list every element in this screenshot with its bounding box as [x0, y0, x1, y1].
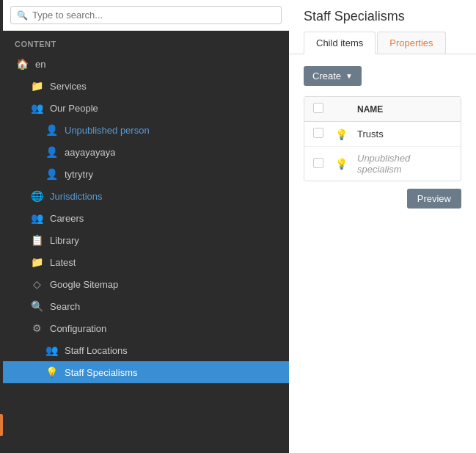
nav-label-careers: Careers [50, 213, 84, 224]
header-check[interactable] [313, 103, 335, 115]
nav-label-search: Search [50, 301, 80, 312]
search-input-wrapper[interactable]: 🔍 [10, 6, 282, 24]
nav-item-latest[interactable]: 📁 Latest [3, 251, 289, 273]
folder-icon: 📁 [29, 79, 44, 93]
sitemap-icon: ◇ [29, 277, 44, 291]
nav-item-careers[interactable]: 👥 Careers [3, 207, 289, 229]
preview-section: Preview [304, 181, 461, 216]
search-input[interactable] [32, 10, 275, 21]
search-nav-icon: 🔍 [29, 299, 44, 314]
nav-item-aayayayaya[interactable]: 👤 aayayayaya [3, 141, 289, 163]
library-icon: 📋 [29, 233, 44, 247]
orange-indicator [0, 414, 3, 436]
tab-child-items[interactable]: Child items [304, 32, 376, 54]
config-icon: ⚙ [29, 321, 44, 336]
nav-tree: 🏠 en 📁 Services 👥 Our People 👤 Unpublish… [3, 53, 289, 453]
header-checkbox[interactable] [313, 103, 323, 113]
panel-title: Staff Specialisms [304, 9, 461, 24]
row-icon-unpublished: 💡 [335, 158, 357, 170]
nav-label-configuration: Configuration [50, 323, 106, 334]
panel-header: Staff Specialisms Child items Properties [289, 0, 476, 54]
nav-label-google-sitemap: Google Sitemap [50, 279, 118, 290]
nav-label-aayayayaya: aayayayaya [65, 147, 115, 158]
table-header: NAME [304, 97, 461, 122]
nav-item-staff-locations[interactable]: 👥 Staff Locations [3, 339, 289, 361]
checkbox-trusts[interactable] [313, 128, 323, 138]
nav-label-tytrytry: tytrytry [65, 169, 93, 180]
nav-item-search[interactable]: 🔍 Search [3, 295, 289, 317]
nav-label-en: en [35, 59, 45, 70]
search-icon: 🔍 [17, 10, 28, 21]
sidebar: 🔍 CONTENT 🏠 en 📁 Services 👥 Our People 👤… [3, 0, 289, 453]
home-icon: 🏠 [15, 57, 29, 71]
row-check-trusts[interactable] [313, 128, 335, 140]
staff-locations-icon: 👥 [44, 343, 59, 358]
nav-item-jurisdictions[interactable]: 🌐 Jurisdictions [3, 185, 289, 207]
row-name-trusts: Trusts [357, 128, 452, 139]
person-icon: 👤 [44, 123, 59, 137]
tabs: Child items Properties [304, 32, 461, 54]
search-bar: 🔍 [3, 0, 289, 31]
table-row[interactable]: 💡 Unpublished specialism [304, 147, 461, 181]
globe-icon: 🌐 [29, 189, 44, 203]
table-row[interactable]: 💡 Trusts [304, 122, 461, 147]
nav-label-jurisdictions: Jurisdictions [50, 191, 103, 202]
create-button-label: Create [312, 70, 341, 81]
nav-item-google-sitemap[interactable]: ◇ Google Sitemap [3, 273, 289, 295]
nav-item-services[interactable]: 📁 Services [3, 75, 289, 97]
nav-label-unpublished-person: Unpublished person [65, 125, 150, 136]
nav-label-staff-locations: Staff Locations [65, 345, 128, 356]
nav-label-latest: Latest [50, 257, 76, 268]
content-label: CONTENT [3, 31, 289, 53]
dropdown-arrow-icon: ▼ [345, 72, 353, 80]
nav-item-staff-specialisms[interactable]: 💡 Staff Specialisms [3, 361, 289, 383]
latest-icon: 📁 [29, 255, 44, 269]
row-icon-trusts: 💡 [335, 128, 357, 140]
row-name-unpublished: Unpublished specialism [357, 153, 452, 175]
nav-item-library[interactable]: 📋 Library [3, 229, 289, 251]
careers-icon: 👥 [29, 211, 44, 225]
main-panel: Staff Specialisms Child items Properties… [289, 0, 476, 453]
nav-item-tytrytry[interactable]: 👤 tytrytry [3, 163, 289, 185]
person-icon-3: 👤 [44, 167, 59, 181]
active-bar [0, 0, 3, 453]
tab-properties[interactable]: Properties [377, 32, 445, 54]
nav-item-configuration[interactable]: ⚙ Configuration [3, 317, 289, 339]
checkbox-unpublished[interactable] [313, 158, 323, 168]
nav-item-our-people[interactable]: 👥 Our People [3, 97, 289, 119]
person-icon-2: 👤 [44, 145, 59, 159]
specialisms-icon: 💡 [44, 365, 59, 380]
nav-label-services: Services [50, 81, 87, 92]
nav-label-staff-specialisms: Staff Specialisms [65, 367, 137, 378]
nav-item-en[interactable]: 🏠 en [3, 53, 289, 75]
content-table: NAME 💡 Trusts 💡 Unpublished specialism [304, 96, 461, 181]
create-button[interactable]: Create ▼ [304, 66, 362, 86]
row-check-unpublished[interactable] [313, 158, 335, 170]
nav-item-unpublished-person[interactable]: 👤 Unpublished person [3, 119, 289, 141]
nav-label-library: Library [50, 235, 79, 246]
people-icon: 👥 [29, 101, 44, 115]
nav-label-our-people: Our People [50, 103, 98, 114]
preview-button[interactable]: Preview [407, 189, 461, 209]
panel-body: Create ▼ NAME 💡 Trusts [289, 54, 476, 453]
header-name: NAME [357, 104, 452, 115]
